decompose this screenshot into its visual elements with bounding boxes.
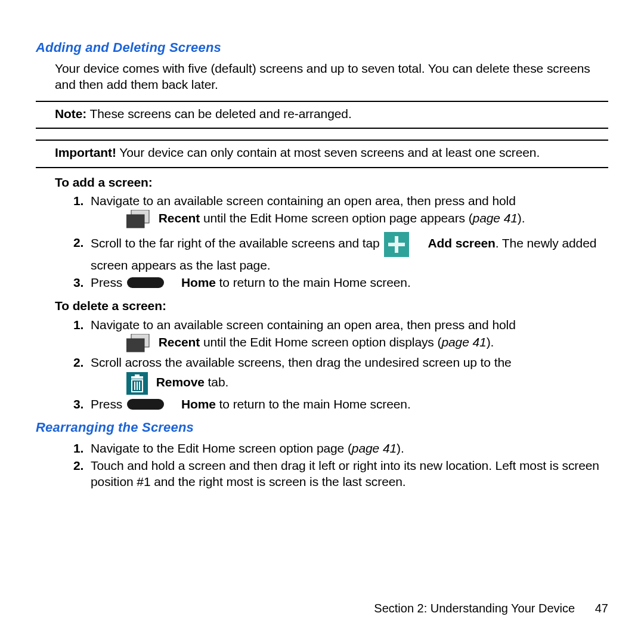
intro-paragraph: Your device comes with five (default) sc… bbox=[55, 60, 608, 93]
list-item: Press Home to return to the main Home sc… bbox=[87, 274, 608, 292]
label-to-add: To add a screen: bbox=[55, 174, 608, 190]
step-text: Navigate to an available screen containi… bbox=[91, 194, 516, 208]
svg-rect-10 bbox=[135, 374, 140, 377]
heading-adding-deleting: Adding and Deleting Screens bbox=[36, 39, 608, 57]
home-button-icon bbox=[127, 275, 164, 292]
step-bold: Remove bbox=[156, 374, 205, 388]
step-text: ). bbox=[397, 441, 404, 455]
recent-icon bbox=[126, 334, 150, 357]
page-footer: Section 2: Understanding Your Device 47 bbox=[374, 602, 608, 615]
important-text: Your device can only contain at most sev… bbox=[116, 145, 540, 159]
svg-rect-7 bbox=[126, 339, 144, 352]
list-item: Scroll to the far right of the available… bbox=[87, 231, 608, 274]
footer-page-number: 47 bbox=[595, 602, 608, 615]
divider bbox=[36, 140, 608, 141]
plus-icon bbox=[384, 232, 409, 261]
step-text: Navigate to the Edit Home screen option … bbox=[91, 441, 352, 455]
delete-steps: Navigate to an available screen containi… bbox=[67, 317, 608, 413]
step-text: Touch and hold a screen and then drag it… bbox=[91, 459, 599, 488]
list-item: Navigate to an available screen containi… bbox=[87, 193, 608, 230]
step-text: to return to the main Home screen. bbox=[216, 275, 411, 289]
heading-rearranging: Rearranging the Screens bbox=[36, 419, 608, 436]
page-ref: page 41 bbox=[352, 441, 397, 455]
step-text: ). bbox=[518, 211, 525, 225]
note-block: Note: These screens can be deleted and r… bbox=[55, 106, 589, 122]
svg-rect-1 bbox=[126, 215, 144, 228]
step-text: until the Edit Home screen option page a… bbox=[200, 211, 472, 225]
step-text: tab. bbox=[205, 374, 228, 388]
page-ref: page 41 bbox=[473, 211, 518, 225]
step-bold: Recent bbox=[159, 335, 200, 349]
divider bbox=[36, 101, 608, 102]
step-text: to return to the main Home screen. bbox=[216, 397, 411, 411]
trash-icon bbox=[126, 372, 148, 398]
step-bold: Home bbox=[181, 397, 216, 411]
list-item: Navigate to the Edit Home screen option … bbox=[87, 440, 608, 456]
page-ref: page 41 bbox=[441, 335, 486, 349]
svg-rect-15 bbox=[127, 399, 164, 410]
step-text: Scroll across the available screens, the… bbox=[91, 355, 512, 369]
add-steps: Navigate to an available screen containi… bbox=[67, 193, 608, 292]
list-item: Navigate to an available screen containi… bbox=[87, 317, 608, 354]
footer-section-label: Section 2: Understanding Your Device bbox=[374, 602, 575, 615]
label-to-delete: To delete a screen: bbox=[55, 298, 608, 314]
step-text: Press bbox=[91, 397, 126, 411]
rearrange-steps: Navigate to the Edit Home screen option … bbox=[67, 440, 608, 490]
note-text: These screens can be deleted and re-arra… bbox=[86, 107, 351, 120]
step-text: Navigate to an available screen containi… bbox=[91, 318, 516, 332]
important-block: Important! Your device can only contain … bbox=[55, 144, 589, 160]
step-text: Scroll to the far right of the available… bbox=[91, 236, 383, 249]
step-bold: Home bbox=[181, 275, 216, 289]
divider bbox=[36, 167, 608, 168]
svg-rect-5 bbox=[127, 277, 164, 288]
recent-icon bbox=[126, 210, 150, 233]
svg-rect-4 bbox=[388, 243, 405, 246]
step-bold: Recent bbox=[159, 211, 200, 225]
step-text: ). bbox=[487, 335, 494, 349]
note-label: Note: bbox=[55, 107, 86, 120]
divider bbox=[36, 128, 608, 129]
important-label: Important! bbox=[55, 145, 116, 159]
list-item: Press Home to return to the main Home sc… bbox=[87, 396, 608, 413]
home-button-icon bbox=[127, 397, 164, 413]
step-text: until the Edit Home screen option displa… bbox=[200, 335, 441, 349]
list-item: Touch and hold a screen and then drag it… bbox=[87, 457, 608, 490]
step-bold: Add screen bbox=[428, 236, 495, 249]
list-item: Scroll across the available screens, the… bbox=[87, 354, 608, 395]
step-text: Press bbox=[91, 275, 126, 289]
